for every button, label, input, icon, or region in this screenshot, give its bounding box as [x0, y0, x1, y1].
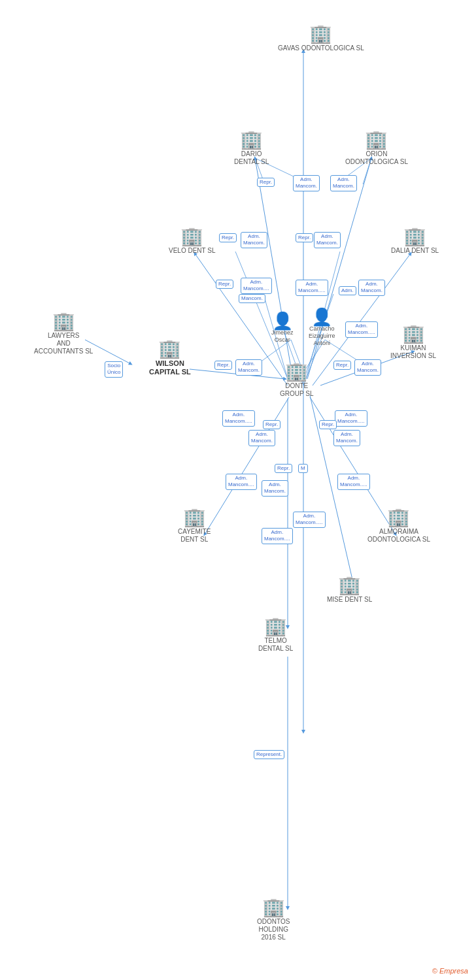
- node-kuiman[interactable]: 🏢 KUIMANINVERSION SL: [390, 325, 436, 360]
- badge-adm-mancom-mid5[interactable]: Adm.Mancom.....: [345, 321, 378, 338]
- cayemite-icon: 🏢: [183, 508, 206, 527]
- dario-label: DARIODENTAL SL: [234, 150, 269, 166]
- badge-adm-mancom-below1[interactable]: Adm.Mancom.....: [222, 410, 255, 427]
- wilson-label: WILSONCAPITAL SL: [149, 359, 191, 376]
- node-telmo[interactable]: 🏢 TELMODENTAL SL: [258, 617, 293, 653]
- node-orion[interactable]: 🏢 ORIONODONTOLOGICA SL: [345, 131, 408, 166]
- lawyers-icon: 🏢: [52, 312, 75, 331]
- lawyers-label: LAWYERSANDACCOUNTANTS SL: [34, 332, 93, 355]
- almoraima-icon: 🏢: [387, 508, 410, 527]
- badge-adm-mancom-lower3[interactable]: Adm.Mancom.....: [337, 474, 370, 490]
- node-oscar[interactable]: 👤 JimenezOscar: [271, 312, 294, 344]
- badge-adm-mancom-below2[interactable]: Adm.Mancom.: [248, 430, 275, 446]
- node-antonio[interactable]: 👤 CamachoEizaguirreAntoni: [309, 308, 335, 346]
- badge-represent[interactable]: Represent.: [254, 750, 284, 759]
- node-odontos[interactable]: 🏢 ODONTOSHOLDING2016 SL: [257, 898, 290, 941]
- badge-adm-mancom-orion[interactable]: Adm.Mancom.: [330, 175, 357, 191]
- dalia-label: DALIA DENT SL: [391, 247, 439, 255]
- badge-repr-donte2[interactable]: Repr.: [333, 361, 351, 370]
- badge-repr-velo[interactable]: Repr.: [219, 233, 237, 242]
- oscar-label: JimenezOscar: [271, 329, 294, 344]
- node-gavas[interactable]: 🏢 GAVAS ODONTOLOGICA SL: [278, 25, 364, 52]
- graph-container: 🏢 GAVAS ODONTOLOGICA SL 🏢 DARIODENTAL SL…: [0, 0, 476, 980]
- badge-adm-mancom-dario[interactable]: Adm.Mancom.: [293, 175, 320, 191]
- badge-repr-mid1[interactable]: Repr.: [216, 280, 233, 289]
- donte-icon: 🏢: [285, 363, 308, 381]
- cayemite-label: CAYEMITEDENT SL: [178, 528, 211, 544]
- badge-adm-mancom-velo[interactable]: Adm.Mancom.: [241, 232, 267, 248]
- badge-adm-mancom-mid1[interactable]: Adm.Mancom....: [241, 278, 272, 294]
- mise-icon: 🏢: [338, 576, 361, 595]
- node-velodent[interactable]: 🏢 VELO DENT SL: [169, 227, 216, 255]
- odontos-label: ODONTOSHOLDING2016 SL: [257, 918, 290, 941]
- badge-adm-mancom-lower2[interactable]: Adm.Mancom.: [262, 480, 288, 497]
- donte-label: DONTEGROUP SL: [280, 382, 314, 398]
- antonio-label: CamachoEizaguirreAntoni: [309, 325, 335, 346]
- copyright: © Empresa: [432, 967, 468, 975]
- badge-repr-below1[interactable]: Repr.: [263, 420, 280, 429]
- antonio-person-icon: 👤: [311, 308, 332, 325]
- badge-mancom-mid[interactable]: Mancom.: [239, 294, 265, 303]
- badge-adm-mancom-donte1[interactable]: Adm.Mancom.: [235, 359, 262, 376]
- node-almoraima[interactable]: 🏢 ALMORAIMAODONTOLOGICA SL: [367, 508, 430, 544]
- badge-adm-mancom-below3[interactable]: Adm.Mancom.....: [335, 410, 367, 427]
- node-cayemite[interactable]: 🏢 CAYEMITEDENT SL: [178, 508, 211, 544]
- kuiman-label: KUIMANINVERSION SL: [390, 344, 436, 360]
- dalia-icon: 🏢: [403, 227, 426, 246]
- badge-adm-mancom-mid4[interactable]: Adm.Mancom.: [358, 280, 385, 296]
- kuiman-icon: 🏢: [402, 325, 425, 343]
- dario-icon: 🏢: [240, 131, 263, 149]
- svg-line-4: [255, 158, 293, 379]
- badge-adm-mancom-lowest1[interactable]: Adm.Mancom.....: [293, 512, 326, 528]
- telmo-label: TELMODENTAL SL: [258, 637, 293, 653]
- badge-adm-mid3[interactable]: Adm.: [339, 286, 356, 295]
- badge-adm-mancom-below4[interactable]: Adm.Mancom.: [333, 430, 360, 446]
- badge-repr-lower1[interactable]: Repr.: [275, 464, 292, 473]
- node-dalia[interactable]: 🏢 DALIA DENT SL: [391, 227, 439, 255]
- badge-adm-mancom-lower1[interactable]: Adm.Mancom....: [226, 474, 257, 490]
- badge-adm-mancom-lowest2[interactable]: Adm.Mancom....: [262, 528, 293, 544]
- oscar-person-icon: 👤: [272, 312, 293, 329]
- badge-repr-dario[interactable]: Repr.: [257, 178, 275, 187]
- node-lawyers[interactable]: 🏢 LAWYERSANDACCOUNTANTS SL: [34, 312, 93, 355]
- gavas-label: GAVAS ODONTOLOGICA SL: [278, 44, 364, 52]
- telmo-icon: 🏢: [264, 617, 287, 636]
- badge-repr-velo2[interactable]: Repr.: [296, 233, 313, 242]
- badge-m-lower[interactable]: M: [298, 464, 308, 473]
- orion-icon: 🏢: [365, 131, 388, 149]
- node-dario[interactable]: 🏢 DARIODENTAL SL: [234, 131, 269, 166]
- badge-socio-unico[interactable]: SocioÚnico: [105, 361, 123, 378]
- gavas-icon: 🏢: [309, 25, 332, 43]
- node-donte[interactable]: 🏢 DONTEGROUP SL: [280, 363, 314, 398]
- wilson-icon: 🏢: [158, 340, 181, 358]
- velodent-label: VELO DENT SL: [169, 247, 216, 255]
- odontos-icon: 🏢: [262, 898, 285, 917]
- badge-repr-below2[interactable]: Repr.: [319, 420, 337, 429]
- badge-adm-mancom-mid2[interactable]: Adm.Mancom.....: [296, 280, 328, 296]
- node-wilson[interactable]: 🏢 WILSONCAPITAL SL: [149, 340, 191, 376]
- almoraima-label: ALMORAIMAODONTOLOGICA SL: [367, 528, 430, 544]
- node-mise[interactable]: 🏢 MISE DENT SL: [327, 576, 372, 604]
- orion-label: ORIONODONTOLOGICA SL: [345, 150, 408, 166]
- badge-adm-mancom-donte2[interactable]: Adm.Mancom.: [354, 359, 381, 376]
- badge-repr-donte1[interactable]: Repr.: [214, 361, 232, 370]
- velodent-icon: 🏢: [180, 227, 203, 246]
- badge-adm-mancom-velo2[interactable]: Adm.Mancom.: [314, 232, 341, 248]
- mise-label: MISE DENT SL: [327, 596, 372, 604]
